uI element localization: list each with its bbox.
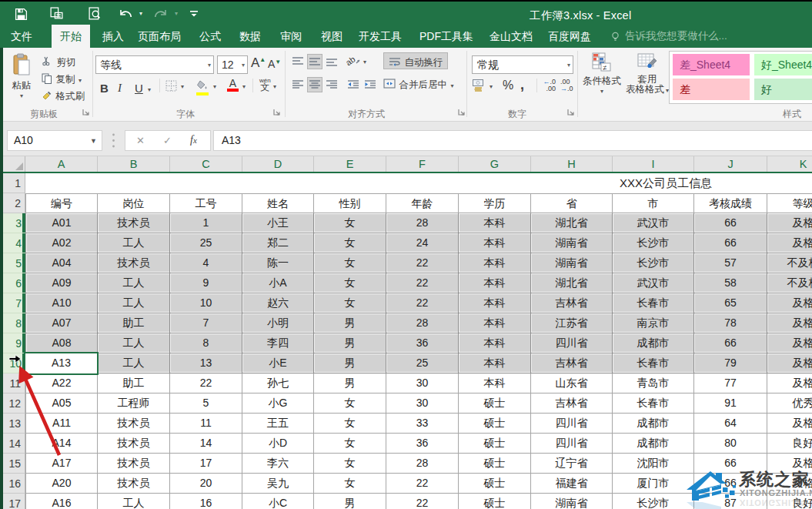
cell-H10[interactable]: 吉林省 xyxy=(531,353,613,373)
increase-decimal-button[interactable]: ←.0 .00 xyxy=(540,79,556,92)
phonetic-dropdown-icon[interactable]: ▾ xyxy=(273,83,276,90)
cell-C8[interactable]: 7 xyxy=(170,313,242,333)
cell-E9[interactable]: 男 xyxy=(314,333,386,353)
cell-F4[interactable]: 24 xyxy=(386,233,459,253)
enter-formula-icon[interactable]: ✓ xyxy=(163,135,172,146)
cell-E13[interactable]: 女 xyxy=(314,414,386,434)
column-header-I[interactable]: I xyxy=(613,156,694,172)
cell-style-good-sheet4[interactable]: 好_Sheet4 xyxy=(754,54,812,75)
paste-button[interactable]: 粘贴 ▾ xyxy=(6,52,37,107)
increase-indent-button[interactable] xyxy=(363,77,378,92)
borders-dropdown-icon[interactable]: ▾ xyxy=(181,83,184,90)
merge-center-button[interactable]: 合并后居中 ▾ xyxy=(383,75,453,92)
row-header-2[interactable]: 2 xyxy=(3,193,25,213)
cell-H2[interactable]: 省 xyxy=(531,193,613,213)
cell-A16[interactable]: A20 xyxy=(25,474,98,494)
cell-C2[interactable]: 工号 xyxy=(170,193,242,213)
cell-E6[interactable]: 女 xyxy=(314,273,386,293)
underline-button[interactable]: U xyxy=(135,82,143,95)
row-header-1[interactable]: 1 xyxy=(3,173,25,193)
cell-I2[interactable]: 市 xyxy=(613,193,694,213)
underline-dropdown-icon[interactable]: ▾ xyxy=(148,86,151,93)
cell-K13[interactable]: 及格 xyxy=(767,414,812,434)
decrease-decimal-button[interactable]: .00 →.0 xyxy=(560,79,576,92)
tab-baidu-netdisk[interactable]: 百度网盘 xyxy=(542,25,597,48)
cell-I8[interactable]: 南京市 xyxy=(613,313,694,333)
cell-B6[interactable]: 工人 xyxy=(98,273,170,293)
cell-D12[interactable]: 小G xyxy=(242,393,314,414)
redo-dropdown-icon[interactable]: ▾ xyxy=(175,10,178,17)
cell-K10[interactable]: 及格 xyxy=(767,353,812,373)
quick-print-icon[interactable] xyxy=(46,5,66,23)
cell-J3[interactable]: 66 xyxy=(694,213,767,233)
accounting-format-button[interactable] xyxy=(472,79,486,95)
formula-input[interactable]: A13 xyxy=(213,130,812,151)
number-dialog-launcher-icon[interactable] xyxy=(567,109,575,116)
cell-C6[interactable]: 9 xyxy=(170,273,242,293)
cell-J12[interactable]: 91 xyxy=(694,393,767,414)
cell-style-bad[interactable]: 差 xyxy=(673,79,750,100)
orientation-dropdown-icon[interactable]: ▾ xyxy=(363,59,366,65)
cell-K14[interactable]: 良好 xyxy=(767,434,812,454)
cell-B7[interactable]: 工人 xyxy=(98,293,170,313)
cell-H15[interactable]: 辽宁省 xyxy=(531,454,613,474)
cell-B12[interactable]: 工程师 xyxy=(98,393,170,414)
accounting-dropdown-icon[interactable]: ▾ xyxy=(490,83,493,90)
cell-F2[interactable]: 年龄 xyxy=(386,193,459,213)
cell-J9[interactable]: 66 xyxy=(694,333,767,353)
namebox-resizer-icon[interactable] xyxy=(112,132,115,152)
column-header-B[interactable]: B xyxy=(98,156,170,172)
cell-F7[interactable]: 22 xyxy=(386,293,459,313)
cell-F15[interactable]: 28 xyxy=(386,454,459,474)
align-left-button[interactable] xyxy=(290,77,306,92)
column-header-E[interactable]: E xyxy=(314,156,386,172)
cell-H13[interactable]: 四川省 xyxy=(531,414,613,434)
cell-C15[interactable]: 17 xyxy=(170,454,242,474)
cell-A4[interactable]: A02 xyxy=(25,233,98,253)
save-icon[interactable] xyxy=(11,5,31,23)
cell-K2[interactable]: 等级 xyxy=(767,193,812,213)
cell-I10[interactable]: 长春市 xyxy=(613,353,694,373)
cell-A8[interactable]: A07 xyxy=(25,313,98,333)
fill-color-button[interactable] xyxy=(196,79,209,95)
column-header-G[interactable]: G xyxy=(459,156,531,172)
row-header-17[interactable]: 17 xyxy=(3,494,25,509)
cell-A2[interactable]: 编号 xyxy=(25,193,98,213)
cell-D16[interactable]: 吴九 xyxy=(242,474,314,494)
cell-J13[interactable]: 64 xyxy=(694,414,767,434)
cell-A7[interactable]: A10 xyxy=(25,293,98,313)
font-name-combo[interactable]: 等线 ▾ xyxy=(95,55,214,74)
column-header-H[interactable]: H xyxy=(531,156,613,172)
cell-C14[interactable]: 14 xyxy=(170,434,242,454)
cell-E8[interactable]: 男 xyxy=(314,313,386,333)
cell-B3[interactable]: 技术员 xyxy=(98,213,170,233)
tab-review[interactable]: 审阅 xyxy=(272,25,310,48)
cell-A17[interactable]: A16 xyxy=(25,494,98,509)
cell-A6[interactable]: A09 xyxy=(25,273,98,293)
cell-G5[interactable]: 本科 xyxy=(459,253,531,273)
cell-G3[interactable]: 本科 xyxy=(459,213,531,233)
cell-D13[interactable]: 王五 xyxy=(242,414,314,434)
redo-icon[interactable] xyxy=(152,5,169,23)
cell-D10[interactable]: 小E xyxy=(242,353,314,373)
cell-B10[interactable]: 工人 xyxy=(98,353,170,373)
cell-I16[interactable]: 厦门市 xyxy=(613,474,694,494)
cell-K8[interactable]: 及格 xyxy=(767,313,812,333)
number-format-combo[interactable]: 常规 ▾ xyxy=(472,55,573,74)
phonetic-guide-button[interactable]: wén 文 xyxy=(259,77,271,91)
cell-G11[interactable]: 本科 xyxy=(459,373,531,393)
cell-I17[interactable]: 长沙市 xyxy=(613,494,694,509)
cell-A9[interactable]: A08 xyxy=(25,333,98,353)
cell-B16[interactable]: 技术员 xyxy=(98,474,170,494)
orientation-button[interactable]: ab xyxy=(346,54,360,69)
cell-J14[interactable]: 80 xyxy=(694,434,767,454)
comma-style-button[interactable]: , xyxy=(520,77,524,93)
align-top-button[interactable] xyxy=(290,54,306,69)
cell-E15[interactable]: 女 xyxy=(314,454,386,474)
align-middle-button[interactable] xyxy=(307,54,322,69)
font-color-button[interactable]: A xyxy=(227,78,239,92)
conditional-formatting-button[interactable]: ≠ 条件格式 ▾ xyxy=(582,52,622,95)
cell-E10[interactable]: 男 xyxy=(314,353,386,373)
cell-H8[interactable]: 江苏省 xyxy=(531,313,613,333)
cell-K7[interactable]: 及格 xyxy=(767,293,812,313)
